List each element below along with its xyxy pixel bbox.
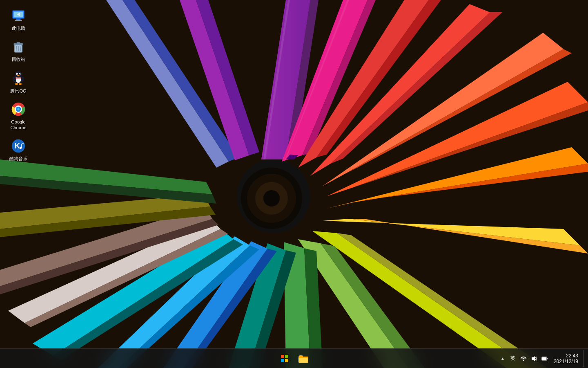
file-explorer-button[interactable] xyxy=(295,350,312,367)
svg-rect-90 xyxy=(285,359,288,362)
this-pc-label: 此电脑 xyxy=(12,25,25,31)
google-chrome-icon xyxy=(10,101,27,117)
svg-rect-87 xyxy=(281,355,284,358)
taskbar-center xyxy=(276,350,312,367)
google-chrome-label: Google Chrome xyxy=(6,119,31,131)
svg-rect-77 xyxy=(16,77,21,79)
svg-marker-92 xyxy=(532,356,535,361)
battery-icon[interactable] xyxy=(541,355,549,363)
start-button[interactable] xyxy=(276,350,293,367)
svg-rect-95 xyxy=(547,358,548,359)
svg-rect-89 xyxy=(281,359,284,362)
desktop-icon-kugou[interactable]: K 酷狗音乐 xyxy=(4,135,33,165)
svg-line-62 xyxy=(16,46,17,51)
clock-area[interactable]: 22:43 2021/12/19 xyxy=(551,352,581,365)
qq-label: 腾讯QQ xyxy=(10,88,26,94)
svg-point-71 xyxy=(19,74,20,75)
taskbar-right: ▲ 英 xyxy=(312,350,585,367)
svg-rect-88 xyxy=(285,355,288,358)
desktop-icon-recycle-bin[interactable]: 回收站 xyxy=(4,35,33,65)
clock-time: 22:43 xyxy=(566,353,578,359)
speaker-icon[interactable] xyxy=(530,355,538,363)
clock-date: 2021/12/19 xyxy=(554,359,578,364)
language-indicator[interactable]: 英 xyxy=(509,354,517,363)
desktop-icon-qq[interactable]: 腾讯QQ xyxy=(4,67,33,97)
taskbar: ▲ 英 xyxy=(0,348,588,368)
kugou-icon: K xyxy=(10,138,27,154)
svg-line-64 xyxy=(20,46,21,51)
svg-point-67 xyxy=(15,71,22,77)
svg-point-72 xyxy=(17,74,19,76)
svg-rect-55 xyxy=(15,20,22,21)
recycle-bin-label: 回收站 xyxy=(12,56,25,62)
recycle-bin-icon xyxy=(10,38,27,55)
svg-rect-61 xyxy=(17,42,20,44)
desktop-icon-this-pc[interactable]: 此电脑 xyxy=(4,4,33,34)
svg-text:K: K xyxy=(15,142,20,150)
show-hidden-icons-button[interactable]: ▲ xyxy=(499,355,506,361)
svg-point-73 xyxy=(15,83,18,85)
qq-icon xyxy=(10,70,27,86)
svg-point-70 xyxy=(17,74,18,75)
svg-point-81 xyxy=(17,108,19,110)
show-desktop-button[interactable] xyxy=(583,350,585,367)
svg-point-74 xyxy=(19,83,22,85)
desktop-icon-google-chrome[interactable]: Google Chrome xyxy=(4,98,33,134)
desktop-area: 此电脑 回收站 xyxy=(0,0,588,352)
svg-point-91 xyxy=(523,359,524,361)
network-icon[interactable] xyxy=(519,355,528,363)
this-pc-icon xyxy=(10,7,27,24)
kugou-label: 酷狗音乐 xyxy=(9,156,27,162)
svg-rect-54 xyxy=(16,18,21,20)
svg-rect-94 xyxy=(542,357,546,360)
